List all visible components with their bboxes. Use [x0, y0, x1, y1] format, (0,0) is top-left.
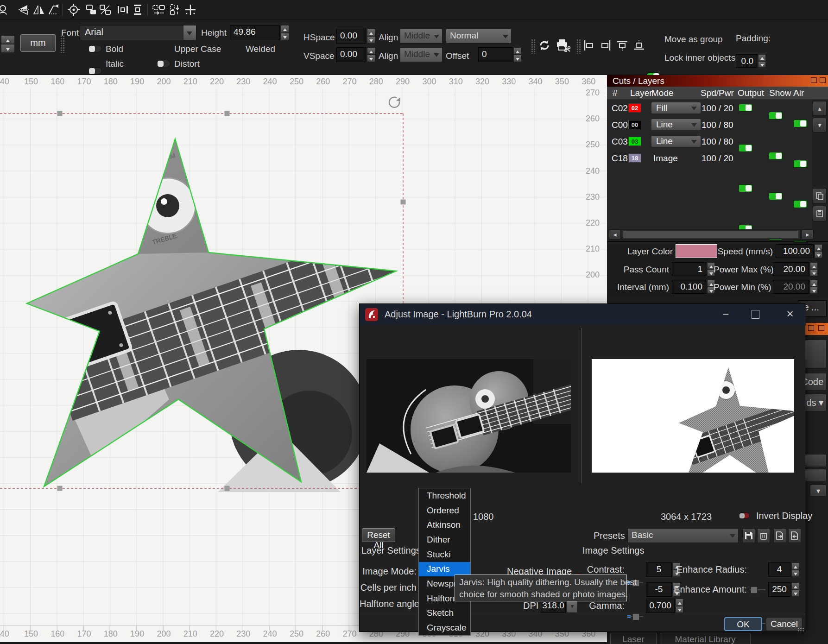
layer-mode-combo[interactable]: Line [651, 119, 701, 131]
equal-spacing-vertical-icon[interactable] [169, 4, 181, 16]
show-toggle[interactable] [769, 152, 783, 160]
crosshair-icon[interactable] [184, 4, 196, 16]
export-preset-icon[interactable] [773, 528, 786, 543]
align-bottom-icon[interactable] [633, 40, 645, 51]
ok-button[interactable]: OK [724, 617, 762, 631]
presets-combo[interactable]: Basic [627, 528, 739, 543]
float-panel-icon[interactable] [811, 77, 817, 83]
import-preset-icon[interactable] [788, 528, 801, 543]
speed-field[interactable]: 100.00 [776, 244, 814, 258]
layer-row-id[interactable]: C03 [612, 137, 628, 147]
align-right-icon[interactable] [600, 40, 612, 51]
enhance-amount-field[interactable]: 250 [768, 582, 790, 597]
output-toggle[interactable] [739, 184, 752, 192]
output-toggle[interactable] [739, 104, 752, 112]
layer-row-id[interactable]: C00 [612, 120, 628, 130]
size-spinner[interactable] [1, 35, 15, 53]
align-x-combo[interactable]: Middle [400, 29, 442, 44]
dropdown-item[interactable]: Threshold [419, 488, 470, 503]
output-toggle[interactable] [739, 144, 752, 152]
layer-mode-label[interactable]: Image [653, 153, 678, 164]
contrast-field[interactable]: 5 [646, 562, 672, 577]
pass-count-field[interactable]: 1 [672, 262, 706, 276]
hscroll-track[interactable] [622, 229, 801, 240]
offset-field[interactable]: 0 [478, 47, 512, 62]
layer-mode-combo[interactable]: Fill [651, 102, 701, 114]
minimize-button[interactable]: – [718, 308, 733, 321]
speed-spinner[interactable] [815, 244, 822, 258]
layer-color-chip[interactable]: 02 [628, 103, 641, 113]
delete-preset-icon[interactable] [757, 528, 770, 543]
air-toggle[interactable] [793, 160, 807, 168]
partial-button[interactable] [803, 340, 827, 368]
close-button[interactable]: × [782, 307, 798, 321]
set-origin-icon[interactable] [68, 4, 80, 16]
tab-material-library[interactable]: Material Library [660, 633, 751, 644]
distribute-horizontal-icon[interactable] [117, 4, 129, 16]
power-max-field[interactable]: 20.00 [773, 262, 809, 276]
air-toggle[interactable] [793, 120, 807, 127]
toolbar-grip[interactable] [531, 39, 535, 54]
float-panel-icon[interactable] [808, 325, 814, 331]
layer-color-chip[interactable]: 18 [628, 153, 641, 163]
print-cut-icon[interactable] [555, 38, 571, 52]
chevron-down-icon[interactable] [183, 25, 196, 40]
hspace-field[interactable]: 0.00 [336, 29, 366, 44]
image-mode-dropdown[interactable]: ThresholdOrderedAtkinsonDitherStuckiJarv… [418, 488, 471, 636]
mirror-horizontal-icon[interactable] [33, 4, 45, 16]
invert-display-toggle[interactable] [739, 512, 750, 519]
hscroll-thumb[interactable] [623, 231, 798, 238]
save-preset-icon[interactable] [742, 528, 755, 543]
enhance-radius-spinner[interactable] [791, 562, 799, 577]
layer-move-down-button[interactable]: ▾ [813, 118, 827, 133]
upper-case-toggle[interactable] [157, 60, 171, 67]
group-icon[interactable] [85, 4, 97, 16]
units-mm-button[interactable]: mm [20, 34, 56, 52]
copy-layer-button[interactable] [813, 188, 827, 204]
bold-toggle[interactable] [88, 45, 102, 52]
paste-layer-button[interactable] [813, 206, 827, 221]
vspace-spinner[interactable] [367, 47, 375, 62]
distribute-vertical-icon[interactable] [132, 4, 144, 16]
align-left-icon[interactable] [583, 40, 595, 51]
align-y-combo[interactable]: Middle [400, 47, 442, 62]
height-field[interactable]: 49.86 [230, 25, 280, 40]
show-toggle[interactable] [769, 192, 783, 200]
resize-grip[interactable] [797, 627, 804, 632]
enhance-amount-spinner[interactable] [791, 582, 799, 597]
height-spinner[interactable] [281, 25, 289, 40]
dropdown-item[interactable]: Dither [419, 532, 470, 547]
maximize-button[interactable] [752, 310, 759, 319]
offset-spinner[interactable] [513, 47, 522, 62]
close-panel-icon[interactable] [818, 325, 824, 331]
layer-color-chip[interactable]: 00 [628, 120, 641, 129]
layer-row-id[interactable]: C18 [612, 153, 628, 164]
air-toggle[interactable] [793, 200, 807, 208]
refresh-variable-icon[interactable] [537, 39, 551, 52]
flip-vertical-icon[interactable] [18, 4, 30, 16]
layer-color-chip[interactable]: 03 [628, 137, 641, 146]
partial-button[interactable] [803, 469, 827, 482]
dropdown-item[interactable]: Ordered [419, 503, 470, 518]
dialog-titlebar[interactable]: Adjust Image - LightBurn Pro 2.0.04 – × [360, 304, 806, 325]
text-style-combo[interactable]: Normal [446, 29, 512, 44]
dropdown-item[interactable]: Atkinson [419, 518, 470, 532]
toolbar-grip[interactable] [576, 39, 581, 54]
partial-tool-icon[interactable] [0, 4, 6, 16]
hscroll-left-button[interactable]: ◂ [609, 229, 621, 240]
enhance-radius-slider[interactable] [750, 586, 765, 593]
vspace-field[interactable]: 0.00 [336, 47, 366, 62]
padding-field[interactable]: 0.0 [736, 54, 757, 68]
italic-toggle[interactable] [88, 67, 102, 75]
layer-color-swatch[interactable] [676, 244, 717, 258]
equal-spacing-horizontal-icon[interactable] [152, 4, 166, 16]
shear-icon[interactable] [48, 4, 60, 16]
dropdown-item[interactable]: Stucki [419, 547, 470, 562]
show-toggle[interactable] [769, 112, 783, 120]
layer-mode-combo[interactable]: Line [651, 135, 701, 147]
close-panel-icon[interactable] [820, 77, 826, 83]
partial-button[interactable] [803, 454, 827, 467]
dropdown-item[interactable]: Grayscale [419, 620, 470, 635]
reset-all-button[interactable]: Reset All [362, 528, 395, 542]
gamma-spinner[interactable] [676, 599, 683, 613]
